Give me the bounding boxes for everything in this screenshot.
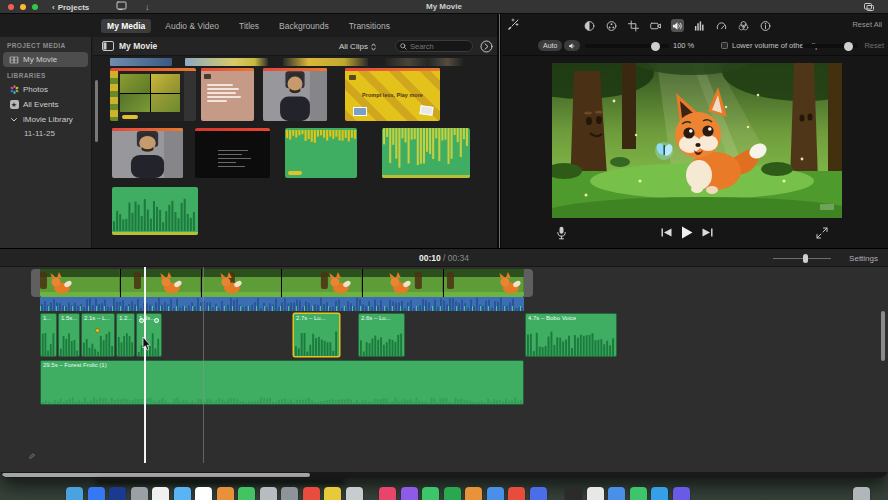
- volume-icon[interactable]: [671, 19, 684, 32]
- dock-app-icon[interactable]: [131, 487, 148, 500]
- timeline-audio-clip[interactable]: 2.1s – L...: [81, 313, 115, 357]
- dock-app-icon[interactable]: [530, 487, 547, 500]
- media-strip[interactable]: [185, 58, 268, 66]
- dock-app-icon[interactable]: [238, 487, 255, 500]
- dock-app-icon[interactable]: [673, 487, 690, 500]
- dock-app-icon[interactable]: [88, 487, 105, 500]
- sidebar-item-my-movie[interactable]: My Movie: [3, 52, 88, 67]
- timeline-vertical-scrollbar[interactable]: [881, 311, 885, 361]
- media-thumbnail-presenter-webcam[interactable]: [112, 128, 183, 178]
- media-thumbnail-yellow-slide[interactable]: Prompt less, Play more: [345, 68, 440, 121]
- speed-icon[interactable]: [715, 19, 728, 32]
- import-media-icon[interactable]: [116, 1, 127, 11]
- timeline-audio-clip[interactable]: 4.7s – Bobo Voice: [525, 313, 617, 357]
- ducking-slider[interactable]: [802, 44, 858, 48]
- browser-scrollbar[interactable]: [95, 80, 98, 142]
- volume-slider-knob[interactable]: [651, 42, 660, 51]
- reset-all-button[interactable]: Reset All: [852, 14, 882, 36]
- hscrollbar-thumb[interactable]: [2, 473, 310, 477]
- timeline-zoom-slider[interactable]: [773, 258, 831, 259]
- timeline-audio-clip[interactable]: 1...: [40, 313, 57, 357]
- dock-app-icon[interactable]: [630, 487, 647, 500]
- clip-info-icon[interactable]: [759, 19, 772, 32]
- media-thumbnail-notes-slide[interactable]: [201, 68, 254, 121]
- dock-app-icon[interactable]: [346, 487, 363, 500]
- dock-app-icon[interactable]: [487, 487, 504, 500]
- tab-my-media[interactable]: My Media: [101, 19, 151, 33]
- noise-reduction-icon[interactable]: [693, 19, 706, 32]
- playhead[interactable]: [144, 267, 146, 463]
- dock-app-icon[interactable]: [152, 487, 169, 500]
- sidebar-toggle-icon[interactable]: [102, 41, 114, 51]
- zoom-window-button[interactable]: [32, 4, 38, 10]
- dock-app-icon[interactable]: [508, 487, 525, 500]
- dock-app-icon[interactable]: [109, 487, 126, 500]
- back-to-projects-button[interactable]: ‹ Projects: [52, 0, 89, 14]
- sidebar-item-photos[interactable]: Photos: [3, 82, 88, 97]
- search-field[interactable]: [395, 40, 473, 52]
- dock-app-icon[interactable]: [608, 487, 625, 500]
- close-window-button[interactable]: [8, 4, 14, 10]
- video-clip-audio-track[interactable]: [40, 297, 524, 311]
- media-thumbnail-audio-clip[interactable]: [382, 128, 470, 178]
- sidebar-item-imovie-library[interactable]: iMovie Library: [3, 112, 88, 127]
- fade-handle-icon[interactable]: [154, 318, 159, 323]
- media-strip[interactable]: [110, 58, 172, 66]
- color-correction-icon[interactable]: [605, 19, 618, 32]
- timeline-audio-clip[interactable]: 2.6s – Lu...: [358, 313, 405, 357]
- sidebar-item-library-event[interactable]: 11-11-25: [0, 127, 91, 140]
- window-controls-icon[interactable]: [864, 3, 874, 11]
- crop-icon[interactable]: [627, 19, 640, 32]
- dock-trash-icon[interactable]: [853, 487, 870, 500]
- clip-filter-popup[interactable]: All Clips: [339, 37, 376, 56]
- enhance-wand-icon[interactable]: [507, 18, 520, 31]
- fullscreen-icon[interactable]: [816, 227, 828, 239]
- color-balance-icon[interactable]: [583, 19, 596, 32]
- dock-app-icon[interactable]: [66, 487, 83, 500]
- tab-backgrounds[interactable]: Backgrounds: [273, 19, 335, 33]
- timeline-audio-clip[interactable]: 2.7s – Lu...: [293, 313, 340, 357]
- play-button[interactable]: [681, 226, 693, 239]
- preview-video[interactable]: [552, 63, 842, 218]
- timeline-horizontal-scrollbar[interactable]: [0, 472, 888, 478]
- dock-app-icon[interactable]: [281, 487, 298, 500]
- dock-app-icon[interactable]: [379, 487, 396, 500]
- sidebar-item-all-events[interactable]: ★ All Events: [3, 97, 88, 112]
- media-thumbnail-fox-grid[interactable]: [110, 68, 196, 121]
- media-thumbnail-presenter[interactable]: [263, 68, 327, 121]
- dock-app-icon[interactable]: [422, 487, 439, 500]
- next-frame-button[interactable]: [702, 228, 713, 237]
- tab-transitions[interactable]: Transitions: [343, 19, 396, 33]
- media-strip[interactable]: [283, 58, 368, 66]
- dock-app-icon[interactable]: [444, 487, 461, 500]
- browser-forward-icon[interactable]: [480, 40, 493, 53]
- timeline-audio-clip[interactable]: 1.2...: [116, 313, 135, 357]
- video-clip-filmstrip[interactable]: [40, 269, 524, 297]
- dock-app-icon[interactable]: [651, 487, 668, 500]
- dock-app-icon[interactable]: [260, 487, 277, 500]
- ducking-slider-knob[interactable]: [844, 42, 853, 51]
- media-thumbnail-screen-recording[interactable]: [195, 128, 270, 178]
- timeline-audio-clip[interactable]: 1.5s...: [58, 313, 80, 357]
- dock-app-icon[interactable]: [324, 487, 341, 500]
- auto-volume-button[interactable]: Auto: [538, 40, 562, 51]
- mute-button[interactable]: [564, 40, 580, 51]
- dock-app-icon[interactable]: [401, 487, 418, 500]
- media-thumbnail-audio-clip[interactable]: [112, 187, 198, 235]
- timeline-settings-button[interactable]: Settings: [849, 249, 878, 268]
- volume-slider[interactable]: [585, 44, 669, 48]
- search-input[interactable]: [410, 42, 468, 51]
- download-icon[interactable]: ↓: [145, 1, 150, 13]
- lower-volume-checkbox[interactable]: [721, 42, 728, 49]
- minimize-window-button[interactable]: [20, 4, 26, 10]
- previous-frame-button[interactable]: [661, 228, 672, 237]
- dock-app-icon[interactable]: [565, 487, 582, 500]
- voiceover-mic-icon[interactable]: [556, 226, 568, 241]
- clip-trim-handle-left[interactable]: [31, 269, 40, 297]
- clip-trim-handle-right[interactable]: [524, 269, 533, 297]
- dock-app-icon[interactable]: [195, 487, 212, 500]
- dock-app-icon[interactable]: [217, 487, 234, 500]
- dock-app-icon[interactable]: [465, 487, 482, 500]
- reset-button[interactable]: Reset: [864, 36, 884, 56]
- dock-app-icon[interactable]: [587, 487, 604, 500]
